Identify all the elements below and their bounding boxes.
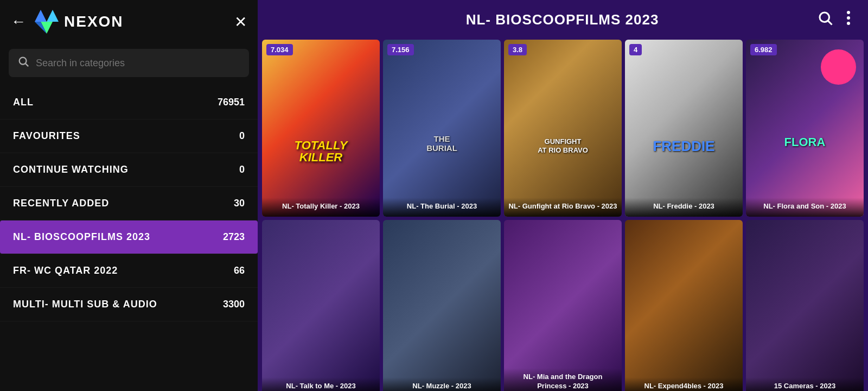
header-actions (817, 10, 851, 30)
close-button[interactable]: ✕ (234, 13, 247, 31)
sidebar: ← NEXON ✕ ALL 76951 FAVOURITE (0, 0, 258, 391)
movie-title-gunfight: NL- Gunfight at Rio Bravo - 2023 (504, 198, 622, 217)
sidebar-item-favourites-count: 0 (239, 130, 245, 142)
movie-card-flora[interactable]: FLORA 6.982 NL- Flora and Son - 2023 (746, 40, 864, 217)
movie-card-mia[interactable]: NL- Mia and the Dragon Princess - 2023 (504, 220, 622, 392)
sidebar-item-continue-watching[interactable]: CONTINUE WATCHING 0 (0, 153, 258, 187)
movie-card-totally-killer[interactable]: TOTALLYKILLER 7.034 NL- Totally Killer -… (262, 40, 380, 217)
sidebar-item-all-label: ALL (13, 97, 34, 108)
logo-container: NEXON (35, 10, 226, 34)
sidebar-item-all-count: 76951 (218, 97, 245, 108)
sidebar-item-continue-watching-label: CONTINUE WATCHING (13, 164, 129, 175)
sidebar-item-continue-watching-count: 0 (239, 164, 245, 175)
movie-art-totally-killer: TOTALLYKILLER (295, 140, 348, 163)
svg-marker-0 (35, 10, 47, 22)
movie-title-cameras: 15 Cameras - 2023 (746, 377, 864, 391)
movie-title-flora: NL- Flora and Son - 2023 (746, 198, 864, 217)
svg-point-6 (820, 12, 829, 22)
movies-grid-container: TOTALLYKILLER 7.034 NL- Totally Killer -… (258, 40, 868, 391)
movie-title-burial: NL- The Burial - 2023 (383, 198, 501, 217)
movie-card-burial[interactable]: THEBURIAL 7.156 NL- The Burial - 2023 (383, 40, 501, 217)
svg-point-10 (847, 22, 850, 25)
search-box[interactable] (9, 49, 249, 77)
rating-badge-freddie: 4 (629, 44, 642, 55)
sidebar-item-multi-sub[interactable]: MULTI- MULTI SUB & AUDIO 3300 (0, 288, 258, 321)
movie-card-talk-to-me[interactable]: NL- Talk to Me - 2023 (262, 220, 380, 392)
main-content: NL- BIOSCOOPFILMS 2023 (258, 0, 868, 391)
movie-title-mia: NL- Mia and the Dragon Princess - 2023 (504, 368, 622, 391)
main-header: NL- BIOSCOOPFILMS 2023 (258, 0, 868, 40)
movie-card-gunfight[interactable]: GUNFIGHTAT RIO BRAVO 3.8 NL- Gunfight at… (504, 40, 622, 217)
sidebar-item-fr-wc-qatar-label: FR- WC QATAR 2022 (13, 265, 118, 276)
nexon-logo-icon (35, 10, 59, 34)
search-header-button[interactable] (817, 10, 833, 30)
sidebar-item-favourites-label: FAVOURITES (13, 130, 80, 142)
svg-line-5 (25, 64, 28, 66)
logo-text: NEXON (64, 13, 124, 30)
svg-marker-1 (47, 10, 59, 22)
sidebar-item-recently-added[interactable]: RECENTLY ADDED 30 (0, 187, 258, 220)
svg-point-8 (847, 11, 850, 14)
movie-art-gunfight: GUNFIGHTAT RIO BRAVO (538, 137, 588, 154)
sidebar-item-fr-wc-qatar-count: 66 (234, 265, 245, 276)
movie-title-totally-killer: NL- Totally Killer - 2023 (262, 198, 380, 217)
search-icon (17, 55, 29, 71)
rating-badge-gunfight: 3.8 (508, 44, 527, 55)
sidebar-header: ← NEXON ✕ (0, 0, 258, 43)
rating-badge-flora: 6.982 (750, 44, 777, 55)
sidebar-item-recently-added-label: RECENTLY ADDED (13, 198, 109, 209)
flora-headphone-art (821, 49, 856, 85)
sidebar-item-multi-sub-count: 3300 (223, 299, 245, 310)
movie-card-cameras[interactable]: 15 Cameras - 2023 (746, 220, 864, 392)
svg-point-4 (20, 58, 27, 65)
nav-list: ALL 76951 FAVOURITES 0 CONTINUE WATCHING… (0, 86, 258, 391)
movie-title-expend4bles: NL- Expend4bles - 2023 (625, 377, 743, 391)
movie-art-burial: THEBURIAL (426, 135, 457, 153)
movie-card-muzzle[interactable]: NL- Muzzle - 2023 (383, 220, 501, 392)
movie-card-expend4bles[interactable]: NL- Expend4bles - 2023 (625, 220, 743, 392)
rating-badge-burial: 7.156 (387, 44, 414, 55)
movie-title-muzzle: NL- Muzzle - 2023 (383, 377, 501, 391)
search-input[interactable] (36, 58, 240, 69)
movie-title-talk-to-me: NL- Talk to Me - 2023 (262, 377, 380, 391)
svg-point-9 (847, 16, 850, 20)
svg-line-7 (828, 21, 832, 25)
more-options-button[interactable] (846, 10, 851, 29)
back-button[interactable]: ← (11, 14, 26, 29)
sidebar-item-fr-wc-qatar[interactable]: FR- WC QATAR 2022 66 (0, 254, 258, 288)
movie-title-freddie: NL- Freddie - 2023 (625, 198, 743, 217)
sidebar-item-all[interactable]: ALL 76951 (0, 86, 258, 119)
movies-grid-row1: TOTALLYKILLER 7.034 NL- Totally Killer -… (262, 40, 864, 217)
movie-art-flora: FLORA (784, 135, 826, 149)
movie-art-freddie: FREDDIE (653, 138, 714, 155)
sidebar-item-nl-bioscoopfilms[interactable]: NL- BIOSCOOPFILMS 2023 2723 (0, 220, 258, 254)
sidebar-item-nl-bioscoopfilms-count: 2723 (223, 231, 245, 243)
rating-badge-totally-killer: 7.034 (266, 44, 293, 55)
movies-grid-row2: NL- Talk to Me - 2023 NL- Muzzle - 2023 … (262, 220, 864, 392)
sidebar-item-recently-added-count: 30 (234, 198, 245, 209)
main-title: NL- BIOSCOOPFILMS 2023 (308, 11, 817, 28)
movie-card-freddie[interactable]: FREDDIE 4 NL- Freddie - 2023 (625, 40, 743, 217)
sidebar-item-nl-bioscoopfilms-label: NL- BIOSCOOPFILMS 2023 (13, 231, 150, 243)
sidebar-item-multi-sub-label: MULTI- MULTI SUB & AUDIO (13, 299, 157, 310)
sidebar-item-favourites[interactable]: FAVOURITES 0 (0, 119, 258, 153)
